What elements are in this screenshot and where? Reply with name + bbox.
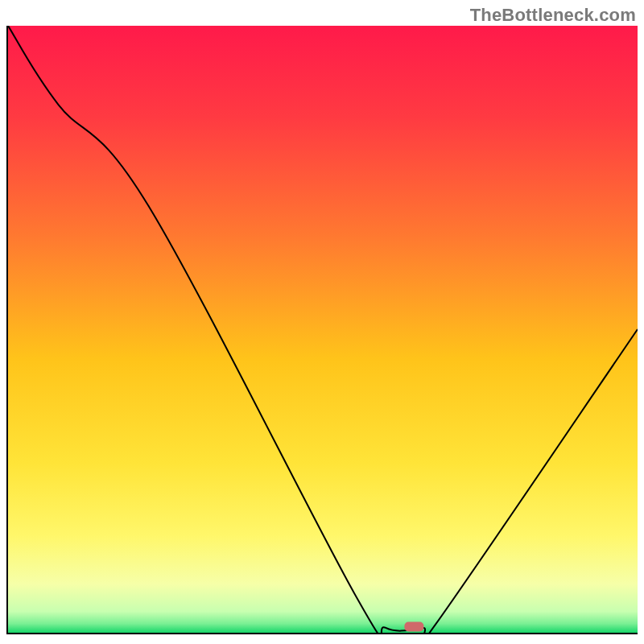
chart-svg xyxy=(8,26,638,633)
plot-area xyxy=(6,26,638,634)
watermark-text: TheBottleneck.com xyxy=(470,5,636,26)
optimum-marker xyxy=(404,621,423,631)
gradient-background xyxy=(8,26,638,633)
chart-container: TheBottleneck.com xyxy=(0,0,644,644)
